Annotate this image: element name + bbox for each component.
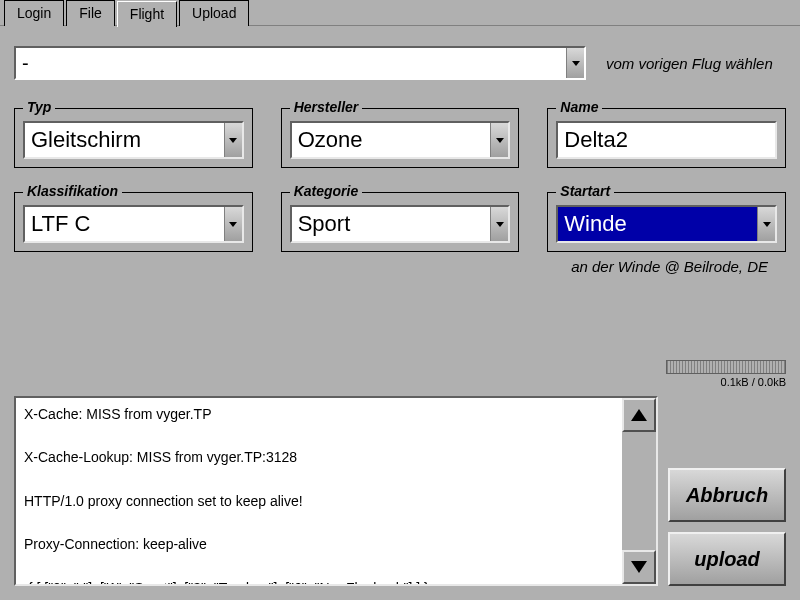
klassifikation-select[interactable]: LTF C <box>23 205 244 243</box>
scroll-down-button[interactable] <box>622 550 656 584</box>
field-kategorie: Kategorie Sport <box>281 192 520 252</box>
progress-bar <box>666 360 786 374</box>
kategorie-select[interactable]: Sport <box>290 205 511 243</box>
name-value: Delta2 <box>564 127 628 153</box>
progress-area: 0.1kB / 0.0kB <box>666 360 786 388</box>
field-typ: Typ Gleitschirm <box>14 108 253 168</box>
log-panel: X-Cache: MISS from vyger.TP X-Cache-Look… <box>14 396 658 586</box>
chevron-down-icon <box>224 123 242 157</box>
scroll-up-button[interactable] <box>622 398 656 432</box>
tab-file[interactable]: File <box>66 0 115 26</box>
chevron-down-icon <box>631 561 647 573</box>
kategorie-value: Sport <box>298 211 351 237</box>
typ-select[interactable]: Gleitschirm <box>23 121 244 159</box>
label-name: Name <box>556 99 602 115</box>
field-startart: Startart Winde <box>547 192 786 252</box>
chevron-down-icon <box>490 207 508 241</box>
tab-bar: Login File Flight Upload <box>0 0 800 26</box>
previous-flight-value: - <box>22 52 29 75</box>
log-text[interactable]: X-Cache: MISS from vyger.TP X-Cache-Look… <box>16 398 622 584</box>
progress-label: 0.1kB / 0.0kB <box>666 376 786 388</box>
tab-login[interactable]: Login <box>4 0 64 26</box>
tab-upload[interactable]: Upload <box>179 0 249 26</box>
previous-flight-hint: vom vorigen Flug wählen <box>606 55 786 72</box>
chevron-down-icon <box>490 123 508 157</box>
label-startart: Startart <box>556 183 614 199</box>
label-hersteller: Hersteller <box>290 99 363 115</box>
hersteller-select[interactable]: Ozone <box>290 121 511 159</box>
previous-flight-select[interactable]: - <box>14 46 586 80</box>
typ-value: Gleitschirm <box>31 127 141 153</box>
startart-select[interactable]: Winde <box>556 205 777 243</box>
chevron-down-icon <box>566 48 584 78</box>
location-hint: an der Winde @ Beilrode, DE <box>14 258 786 275</box>
tab-flight[interactable]: Flight <box>117 1 177 27</box>
label-klassifikation: Klassifikation <box>23 183 122 199</box>
name-input[interactable]: Delta2 <box>556 121 777 159</box>
hersteller-value: Ozone <box>298 127 363 153</box>
startart-value: Winde <box>564 211 626 237</box>
field-hersteller: Hersteller Ozone <box>281 108 520 168</box>
field-name: Name Delta2 <box>547 108 786 168</box>
label-typ: Typ <box>23 99 55 115</box>
log-scrollbar <box>622 398 656 584</box>
chevron-up-icon <box>631 409 647 421</box>
field-klassifikation: Klassifikation LTF C <box>14 192 253 252</box>
chevron-down-icon <box>757 207 775 241</box>
chevron-down-icon <box>224 207 242 241</box>
cancel-button[interactable]: Abbruch <box>668 468 786 522</box>
klassifikation-value: LTF C <box>31 211 90 237</box>
upload-button[interactable]: upload <box>668 532 786 586</box>
label-kategorie: Kategorie <box>290 183 363 199</box>
